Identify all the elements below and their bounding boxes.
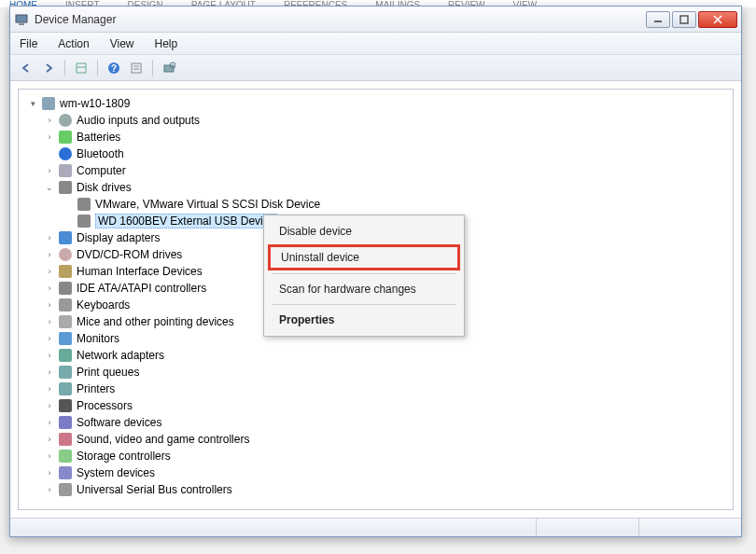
close-button[interactable] [698,11,737,28]
expander-closed-icon[interactable]: › [43,231,56,244]
tree-category[interactable]: ›Software devices [35,414,733,431]
expander-closed-icon[interactable]: › [43,382,56,395]
app-icon [14,12,29,27]
category-label[interactable]: Audio inputs and outputs [77,114,200,127]
disk-icon [58,180,73,195]
category-label[interactable]: Display adapters [77,231,160,244]
category-label[interactable]: Printers [77,382,115,395]
statusbar [10,518,741,536]
tree-category[interactable]: ›Bluetooth [35,145,733,162]
storage-icon [58,449,73,464]
expander-closed-icon[interactable]: › [43,483,56,496]
tree-category[interactable]: ›Computer [35,162,733,179]
category-label[interactable]: Universal Serial Bus controllers [77,483,232,496]
expander-open-icon[interactable]: ▾ [26,97,39,110]
expander-closed-icon[interactable]: › [43,298,56,312]
menu-help[interactable]: Help [151,35,182,52]
tree-category[interactable]: ›Processors [35,397,733,414]
expander-closed-icon[interactable]: › [43,366,56,379]
category-label[interactable]: System devices [77,466,155,479]
tree-category[interactable]: ›Universal Serial Bus controllers [35,481,733,498]
keyboard-icon [58,298,73,312]
expander-closed-icon[interactable]: › [43,131,56,144]
tree-category[interactable]: ›Audio inputs and outputs [35,112,733,129]
category-label[interactable]: Storage controllers [77,450,171,463]
category-label[interactable]: Print queues [77,366,139,379]
software-icon [58,415,73,430]
category-label[interactable]: Bluetooth [77,147,124,160]
expander-closed-icon[interactable]: › [43,332,56,345]
tree-category[interactable]: ›System devices [35,464,733,481]
show-hide-console-tree-button[interactable] [71,58,91,78]
category-label[interactable]: Human Interface Devices [77,265,203,278]
tree-category[interactable]: ›Printers [35,381,733,397]
maximize-button[interactable] [672,11,696,28]
category-label[interactable]: Mice and other pointing devices [77,315,234,328]
expander-closed-icon[interactable]: › [43,433,56,446]
dvd-icon [58,247,73,262]
expander-closed-icon[interactable]: › [43,248,56,261]
expander-closed-icon[interactable]: › [43,399,56,412]
root-label[interactable]: wm-w10-1809 [60,97,130,110]
category-label[interactable]: Software devices [77,416,161,429]
tree-device[interactable]: VMware, VMware Virtual S SCSI Disk Devic… [54,196,733,213]
context-menu-item[interactable]: Properties [266,308,462,332]
properties-button[interactable] [126,58,147,78]
help-button[interactable]: ? [104,58,124,78]
window-title: Device Manager [35,13,116,26]
hid-icon [58,264,73,279]
mouse-icon [58,314,73,329]
network-icon [58,348,73,363]
scan-hardware-button[interactable] [159,58,179,78]
expander-open-icon[interactable]: ⌄ [43,181,56,194]
category-label[interactable]: Sound, video and game controllers [77,433,249,446]
expander-closed-icon[interactable]: › [43,416,56,429]
svg-rect-13 [164,65,174,72]
category-label[interactable]: Computer [77,164,126,177]
context-menu-item[interactable]: Disable device [266,219,462,243]
tree-category[interactable]: ›Network adapters [35,347,733,364]
expander-closed-icon[interactable]: › [43,114,56,127]
window-controls [644,11,737,28]
expander-closed-icon[interactable]: › [43,164,56,177]
category-label[interactable]: DVD/CD-ROM drives [77,248,182,261]
expander-closed-icon[interactable]: › [43,315,56,328]
toolbar-separator [64,60,65,76]
tree-category[interactable]: ›Print queues [35,364,733,381]
device-label[interactable]: WD 1600BEV External USB Device [95,214,277,229]
tree-category[interactable]: ›Batteries [35,129,733,145]
category-label[interactable]: IDE ATA/ATAPI controllers [77,282,206,295]
expander-closed-icon[interactable]: › [43,349,56,362]
expander-closed-icon[interactable]: › [43,450,56,463]
tree-category[interactable]: ⌄Disk drives [35,179,733,196]
device-label[interactable]: VMware, VMware Virtual S SCSI Disk Devic… [95,198,320,211]
category-label[interactable]: Processors [77,399,133,412]
audio-icon [58,113,73,128]
expander-closed-icon[interactable]: › [43,282,56,295]
system-icon [58,465,73,480]
back-button[interactable] [16,58,36,78]
context-menu-item[interactable]: Scan for hardware changes [266,277,462,301]
device-tree-panel[interactable]: ▾ wm-w10-1809 ›Audio inputs and outputs›… [18,89,734,510]
context-menu-item[interactable]: Uninstall device [268,244,460,270]
titlebar[interactable]: Device Manager [10,7,741,33]
minimize-button[interactable] [646,11,670,28]
battery-icon [58,130,73,145]
category-label[interactable]: Disk drives [77,181,132,194]
menu-file[interactable]: File [16,35,41,52]
forward-button[interactable] [38,58,59,78]
status-cell [536,519,638,536]
category-label[interactable]: Batteries [77,131,120,144]
usb-icon [58,482,73,497]
context-menu: Disable deviceUninstall deviceScan for h… [263,215,465,337]
category-label[interactable]: Monitors [77,332,119,345]
expander-closed-icon[interactable]: › [43,265,56,278]
tree-category[interactable]: ›Storage controllers [35,448,733,464]
menu-action[interactable]: Action [54,35,92,52]
menu-view[interactable]: View [106,35,138,52]
tree-root-node[interactable]: ▾ wm-w10-1809 [19,95,733,112]
category-label[interactable]: Network adapters [77,349,164,362]
tree-category[interactable]: ›Sound, video and game controllers [35,431,733,448]
category-label[interactable]: Keyboards [77,298,130,312]
expander-closed-icon[interactable]: › [43,466,56,479]
